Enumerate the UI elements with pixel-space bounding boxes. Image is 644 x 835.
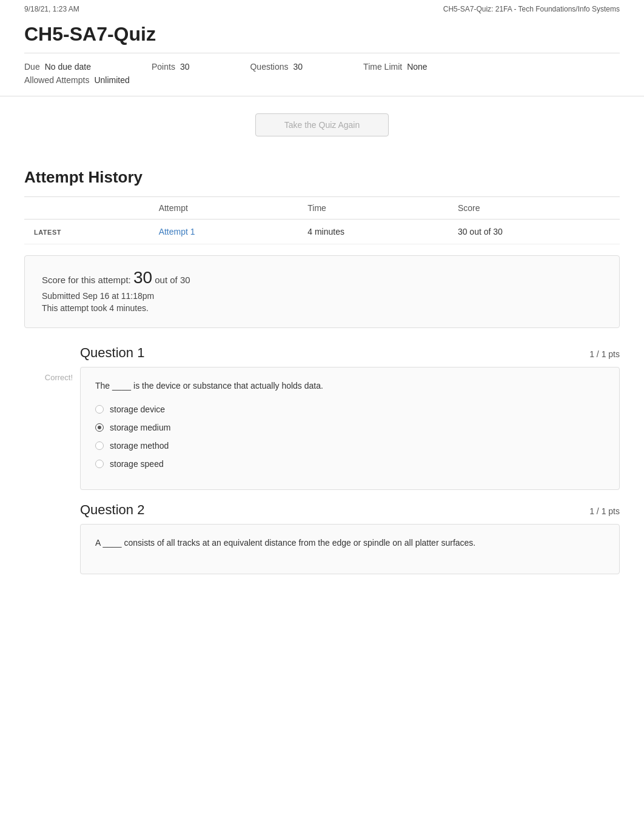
datetime: 9/18/21, 1:23 AM <box>24 5 79 13</box>
table-row: LATEST Attempt 1 4 minutes 30 out of 30 <box>24 220 620 244</box>
attempt-link[interactable]: Attempt 1 <box>159 227 195 236</box>
radio-circle[interactable] <box>95 441 104 450</box>
col-attempt: Attempt <box>149 197 298 220</box>
attempt-cell[interactable]: Attempt 1 <box>149 220 298 244</box>
questions-value: 30 <box>293 62 303 72</box>
answer-option: storage speed <box>95 459 605 469</box>
score-label: Score for this attempt: <box>42 275 131 285</box>
allowed-attempts-label: Allowed Attempts <box>24 75 89 85</box>
radio-circle[interactable] <box>95 405 104 414</box>
score-cell: 30 out of 30 <box>448 220 620 244</box>
questions-area: Correct! Question 1 1 / 1 pts The ____ i… <box>0 345 644 611</box>
answer-text: storage medium <box>110 423 170 432</box>
col-time: Time <box>298 197 448 220</box>
attempt-details-box: Score for this attempt: 30 out of 30 Sub… <box>24 255 620 328</box>
score-suffix: out of 30 <box>155 275 190 285</box>
time-cell: 4 minutes <box>298 220 448 244</box>
answer-text: storage device <box>110 404 165 414</box>
question-box: The ____ is the device or substance that… <box>80 367 620 490</box>
quiz-meta: Due No due date Points 30 Questions 30 T… <box>0 53 644 96</box>
score-large: 30 <box>133 268 152 287</box>
col-blank <box>24 197 149 220</box>
answer-option: storage medium <box>95 423 605 432</box>
question-box: A ____ consists of all tracks at an equi… <box>80 524 620 574</box>
page-title: CH5-SA7-Quiz <box>0 18 644 53</box>
take-quiz-again-button[interactable]: Take the Quiz Again <box>255 113 389 136</box>
answer-text: storage method <box>110 441 169 451</box>
time-limit-label: Time Limit <box>363 62 402 72</box>
score-line: Score for this attempt: 30 out of 30 <box>42 268 602 287</box>
col-score: Score <box>448 197 620 220</box>
radio-circle[interactable] <box>95 460 104 468</box>
question-title: Question 1 <box>80 345 144 361</box>
due-value: No due date <box>45 62 91 72</box>
time-limit-value: None <box>407 62 427 72</box>
answer-option: storage device <box>95 404 605 414</box>
question-header: Question 1 1 / 1 pts <box>80 345 620 361</box>
question-block: Question 2 1 / 1 pts A ____ consists of … <box>24 502 620 574</box>
radio-circle[interactable] <box>95 423 104 432</box>
due-label: Due <box>24 62 40 72</box>
breadcrumb: CH5-SA7-Quiz: 21FA - Tech Foundations/In… <box>443 5 620 13</box>
question-header: Question 2 1 / 1 pts <box>80 502 620 518</box>
duration-line: This attempt took 4 minutes. <box>42 303 602 313</box>
answer-text: storage speed <box>110 459 164 469</box>
allowed-attempts-value: Unlimited <box>94 75 129 85</box>
attempt-history-title: Attempt History <box>0 153 644 196</box>
question-pts: 1 / 1 pts <box>589 506 620 516</box>
question-content: Question 1 1 / 1 pts The ____ is the dev… <box>80 345 620 490</box>
correct-label: Correct! <box>45 373 73 382</box>
question-title: Question 2 <box>80 502 144 518</box>
points-label: Points <box>152 62 175 72</box>
question-sidebar: Correct! <box>24 345 73 382</box>
question-content: Question 2 1 / 1 pts A ____ consists of … <box>80 502 620 574</box>
top-bar: 9/18/21, 1:23 AM CH5-SA7-Quiz: 21FA - Te… <box>0 0 644 18</box>
question-sidebar <box>24 502 73 530</box>
submitted-line: Submitted Sep 16 at 11:18pm <box>42 291 602 301</box>
latest-badge: LATEST <box>24 220 149 244</box>
questions-label: Questions <box>250 62 288 72</box>
question-text: The ____ is the device or substance that… <box>95 380 605 392</box>
attempt-history-table: Attempt Time Score LATEST Attempt 1 4 mi… <box>24 196 620 244</box>
question-text: A ____ consists of all tracks at an equi… <box>95 537 605 549</box>
points-value: 30 <box>180 62 190 72</box>
question-block: Correct! Question 1 1 / 1 pts The ____ i… <box>24 345 620 490</box>
answer-option: storage method <box>95 441 605 451</box>
question-pts: 1 / 1 pts <box>589 349 620 359</box>
